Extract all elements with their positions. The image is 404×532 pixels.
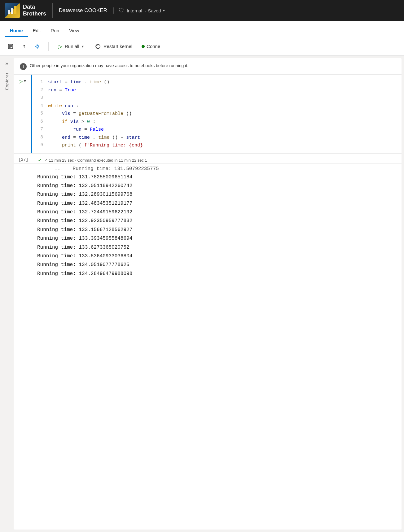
code-line-4: 4 while run : xyxy=(37,102,397,110)
info-icon: i xyxy=(20,63,27,70)
connected-label: Conne xyxy=(147,44,160,49)
info-text: Other people in your organization may ha… xyxy=(30,63,188,69)
shield-icon: 🛡 xyxy=(119,7,124,14)
dot-separator: · xyxy=(145,8,146,13)
output-line: Running time: 133.83640933036804 xyxy=(37,252,397,260)
output-line: Running time: 134.0519077778625 xyxy=(37,260,397,269)
output-ellipsis-row: ... Running time: 131.50792235775 xyxy=(37,166,397,172)
saved-status: · Saved ▾ xyxy=(145,8,165,13)
cell-run-button[interactable]: ▷ xyxy=(19,78,23,84)
run-all-dropdown-icon[interactable]: ▾ xyxy=(82,44,84,49)
output-line: Running time: 132.48345351219177 xyxy=(37,199,397,208)
code-line-7: 7 ________ run = False xyxy=(37,126,397,134)
settings-icon-button[interactable] xyxy=(32,41,43,52)
top-bar: Data Brothers Dataverse COOKER 🛡 Interna… xyxy=(0,0,404,21)
output-line: Running time: 134.28496479988098 xyxy=(37,269,397,278)
sidebar-expand-button[interactable]: » xyxy=(6,61,8,66)
restart-kernel-label: Restart kernel xyxy=(103,44,132,49)
logo-icon xyxy=(5,3,20,18)
svg-rect-1 xyxy=(11,8,13,14)
internal-label: Internal xyxy=(127,8,142,13)
cell-result: [27] ✓ ✓ 11 min 23 sec · Command execute… xyxy=(14,154,402,164)
code-line-9: 9 ____ print ( f"Running time: {end} xyxy=(37,142,397,150)
badge-area: 🛡 Internal xyxy=(119,7,142,14)
notebook-area: i Other people in your organization may … xyxy=(14,58,402,530)
output-line: Running time: 131.78255009651184 xyxy=(37,173,397,181)
svg-point-7 xyxy=(37,46,39,47)
code-line-2: 2 run = True xyxy=(37,86,397,94)
menu-run[interactable]: Run xyxy=(46,25,64,37)
code-cell: ▷ ▾ 1 start = time . time () xyxy=(14,75,402,154)
code-line-8: 8 ____ end = time . time () - start xyxy=(37,134,397,142)
code-line-5: 5 ____ vls = getDataFromTable () xyxy=(37,110,397,118)
main-content: » Explorer i Other people in your organi… xyxy=(0,56,404,532)
menu-home[interactable]: Home xyxy=(5,25,28,37)
result-status: ✓ ✓ 11 min 23 sec · Command executed in … xyxy=(38,157,147,163)
saved-label: Saved xyxy=(148,8,161,13)
connected-status: Conne xyxy=(142,44,160,49)
menu-edit[interactable]: Edit xyxy=(28,25,46,37)
restart-kernel-button[interactable]: Restart kernel xyxy=(90,41,137,51)
cell-badge: [27] xyxy=(19,157,34,162)
app-title: Dataverse COOKER xyxy=(59,7,114,14)
connected-dot-icon xyxy=(142,45,145,48)
menu-view[interactable]: View xyxy=(64,25,84,37)
output-line: Running time: 132.72449159622192 xyxy=(37,208,397,216)
output-line: Running time: 133.6273365020752 xyxy=(37,243,397,252)
cell-expand-button[interactable]: ▾ xyxy=(24,78,26,83)
toolbar: ▷ Run all ▾ Restart kernel Conne xyxy=(0,37,404,56)
code-editor[interactable]: 1 start = time . time () 2 run xyxy=(31,75,402,153)
output-line: Running time: 132.28930115699768 xyxy=(37,190,397,199)
chevron-down-icon[interactable]: ▾ xyxy=(163,8,165,13)
toolbar-separator xyxy=(48,42,49,51)
check-icon: ✓ xyxy=(38,157,42,163)
run-all-label: Run all xyxy=(65,44,79,49)
logo-text: Data Brothers xyxy=(23,4,46,17)
play-icon: ▷ xyxy=(58,43,62,50)
output-lines-container: Running time: 131.78255009651184Running … xyxy=(37,173,397,278)
output-line: Running time: 132.92350959777832 xyxy=(37,216,397,225)
output-header-line: Running time: 131.50792235775 xyxy=(72,166,159,172)
run-all-button[interactable]: ▷ Run all ▾ xyxy=(54,41,88,52)
sidebar: » Explorer xyxy=(0,56,14,532)
output-line: Running time: 132.05118942260742 xyxy=(37,181,397,190)
sidebar-explorer-label: Explorer xyxy=(5,72,9,90)
cell-controls: ▷ ▾ xyxy=(14,75,31,153)
edit-icon-button[interactable] xyxy=(5,41,16,52)
code-line-3: 3 xyxy=(37,94,397,102)
output-line: Running time: 133.39345955848694 xyxy=(37,234,397,243)
svg-rect-2 xyxy=(14,6,16,14)
svg-rect-0 xyxy=(8,10,10,14)
code-line-1: 1 start = time . time () xyxy=(37,78,397,86)
code-line-6: 6 ____ if vls > 0 : xyxy=(37,118,397,126)
logo-area: Data Brothers xyxy=(5,3,53,18)
menu-bar: Home Edit Run View xyxy=(0,21,404,37)
output-area: ... Running time: 131.50792235775 Runnin… xyxy=(14,164,402,281)
result-text: ✓ 11 min 23 sec · Command executed in 11… xyxy=(44,158,147,163)
output-line: Running time: 133.15667128562927 xyxy=(37,225,397,234)
info-banner: i Other people in your organization may … xyxy=(14,58,402,75)
save-icon-button[interactable] xyxy=(19,41,30,52)
